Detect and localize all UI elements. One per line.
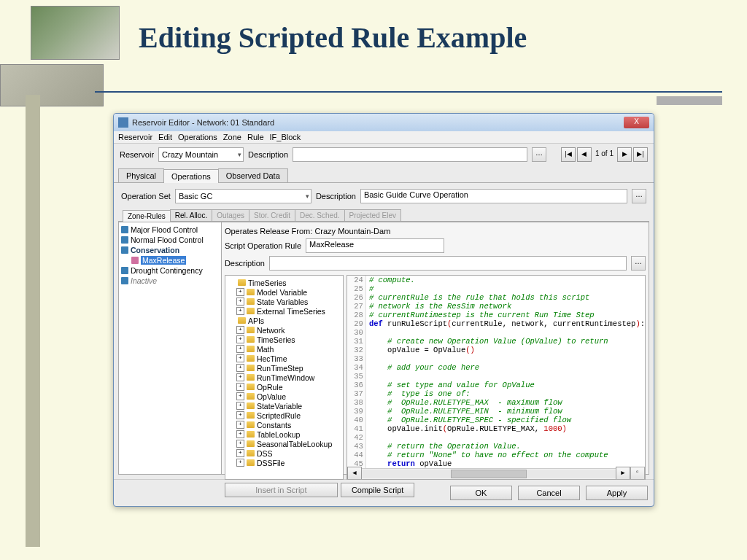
zone-item[interactable]: MaxRelease <box>121 255 219 265</box>
code-line[interactable]: 38 # OpRule.RULETYPE_MAX - maximum flow <box>347 398 645 407</box>
code-line[interactable]: 43 # return the Operation Value. <box>347 442 645 451</box>
expand-icon[interactable]: + <box>236 364 244 372</box>
api-item[interactable]: +TableLookup <box>228 429 341 439</box>
scroll-right[interactable]: ▶ <box>616 467 630 480</box>
menu-edit[interactable]: Edit <box>158 133 172 141</box>
subtab-stor-credit[interactable]: Stor. Credit <box>249 209 295 221</box>
expand-icon[interactable]: + <box>236 383 244 391</box>
ok-button[interactable]: OK <box>450 486 512 500</box>
description-field[interactable] <box>293 147 527 162</box>
code-line[interactable]: 39 # OpRule.RULETYPE_MIN - minimum flow <box>347 407 645 416</box>
code-line[interactable]: 40 # OpRule.RULETYPE_SPEC - specified fl… <box>347 416 645 424</box>
menu-operations[interactable]: Operations <box>178 133 217 141</box>
api-item[interactable]: +RunTimeWindow <box>228 373 341 382</box>
code-line[interactable]: 31 # create new Operation Value (OpValue… <box>347 337 645 346</box>
api-item[interactable]: +DSSFile <box>228 458 341 467</box>
api-item[interactable]: +RunTimeStep <box>228 363 341 373</box>
expand-icon[interactable]: + <box>236 335 244 343</box>
expand-icon[interactable]: + <box>236 354 244 362</box>
titlebar[interactable]: Reservoir Editor - Network: 01 Standard … <box>114 114 654 131</box>
scroll-thumb[interactable] <box>451 470 527 478</box>
expand-icon[interactable]: + <box>236 307 244 315</box>
menu-zone[interactable]: Zone <box>223 133 241 141</box>
api-item[interactable]: APIs <box>228 316 341 325</box>
api-item[interactable]: +SeasonalTableLookup <box>228 439 341 448</box>
subtab-outages[interactable]: Outages <box>212 209 249 221</box>
code-line[interactable]: 42 <box>347 433 645 442</box>
api-item[interactable]: +OpValue <box>228 392 341 401</box>
scroll-left[interactable]: ◀ <box>347 467 362 480</box>
expand-icon[interactable]: + <box>236 411 244 419</box>
api-item[interactable]: +OpRule <box>228 382 341 392</box>
code-line[interactable]: 37 # type is one of: <box>347 389 645 398</box>
code-line[interactable]: 35 <box>347 372 645 381</box>
horizontal-scrollbar[interactable]: ◀▶▫ <box>347 468 645 479</box>
zone-item[interactable]: Major Flood Control <box>121 225 219 235</box>
nav-next[interactable]: ▶ <box>617 147 632 162</box>
cancel-button[interactable]: Cancel <box>518 486 580 500</box>
script-rule-field[interactable]: MaxRelease <box>306 238 444 253</box>
api-item[interactable]: +Network <box>228 325 341 335</box>
zones-tree[interactable]: Major Flood ControlNormal Flood ControlC… <box>119 222 222 474</box>
code-line[interactable]: 33 <box>347 354 645 363</box>
api-item[interactable]: TimeSeries <box>228 278 341 287</box>
expand-icon[interactable]: + <box>236 326 244 334</box>
api-item[interactable]: +ScriptedRule <box>228 411 341 420</box>
code-line[interactable]: 34 # add your code here <box>347 363 645 372</box>
opset-combo[interactable]: Basic GC <box>175 189 311 203</box>
apply-button[interactable]: Apply <box>586 486 648 500</box>
code-line[interactable]: 29def runRuleScript(currentRule, network… <box>347 319 645 328</box>
tab-operations[interactable]: Operations <box>163 169 219 183</box>
expand-icon[interactable]: + <box>236 392 244 400</box>
opset-desc-field[interactable]: Basic Guide Curve Operation <box>360 189 627 203</box>
subtab-zone-rules[interactable]: Zone-Rules <box>123 210 171 222</box>
subtab-dec-sched[interactable]: Dec. Sched. <box>295 209 344 221</box>
api-item[interactable]: +TimeSeries <box>228 335 341 344</box>
expand-icon[interactable]: + <box>236 345 244 353</box>
opset-desc-browse[interactable]: … <box>632 189 646 203</box>
api-item[interactable]: +HecTime <box>228 354 341 363</box>
zone-item[interactable]: Drought Contingency <box>121 265 219 276</box>
expand-icon[interactable]: + <box>236 402 244 410</box>
subtab-rel-alloc[interactable]: Rel. Alloc. <box>170 209 212 221</box>
expand-icon[interactable]: + <box>236 421 244 429</box>
subtab-projected-elev[interactable]: Projected Elev <box>344 209 401 221</box>
menu-ifblock[interactable]: IF_Block <box>270 133 301 141</box>
api-item[interactable]: +Model Variable <box>228 287 341 297</box>
api-item[interactable]: +State Variables <box>228 297 341 306</box>
expand-icon[interactable]: + <box>236 288 244 296</box>
code-line[interactable]: 24# compute. <box>347 276 645 284</box>
insert-script-button[interactable]: Insert in Script <box>225 483 338 497</box>
expand-icon[interactable]: + <box>236 440 244 448</box>
rule-desc-browse[interactable]: … <box>631 256 646 271</box>
code-editor[interactable]: 24# compute.25#26# currentRule is the ru… <box>347 275 646 480</box>
menu-reservoir[interactable]: Reservoir <box>118 133 152 141</box>
code-line[interactable]: 28# currentRuntimestep is the current Ru… <box>347 311 645 319</box>
compile-script-button[interactable]: Compile Script <box>341 483 415 497</box>
nav-first[interactable]: |◀ <box>561 147 576 162</box>
code-line[interactable]: 25# <box>347 284 645 293</box>
code-line[interactable]: 36 # set type and value for OpValue <box>347 381 645 389</box>
close-button[interactable]: X <box>624 117 649 128</box>
menu-rule[interactable]: Rule <box>247 133 264 141</box>
nav-last[interactable]: ▶| <box>633 147 648 162</box>
expand-icon[interactable]: + <box>236 459 244 467</box>
expand-icon[interactable]: + <box>236 298 244 306</box>
code-line[interactable]: 41 opValue.init(OpRule.RULETYPE_MAX, 100… <box>347 424 645 433</box>
zone-item[interactable]: Conservation <box>121 245 219 255</box>
zone-item[interactable]: Inactive <box>121 276 219 286</box>
nav-prev[interactable]: ◀ <box>577 147 592 162</box>
api-item[interactable]: +Constants <box>228 420 341 429</box>
description-browse[interactable]: … <box>532 147 546 162</box>
code-line[interactable]: 26# currentRule is the rule that holds t… <box>347 293 645 302</box>
reservoir-combo[interactable]: Crazy Mountain <box>158 147 244 162</box>
expand-icon[interactable]: + <box>236 373 244 381</box>
code-line[interactable]: 44 # return "None" to have no effect on … <box>347 451 645 459</box>
api-item[interactable]: +StateVariable <box>228 401 341 411</box>
expand-icon[interactable]: + <box>236 449 244 457</box>
code-line[interactable]: 45 return opValue <box>347 459 645 468</box>
api-item[interactable]: +Math <box>228 344 341 354</box>
expand-icon[interactable]: + <box>236 430 244 438</box>
rule-desc-field[interactable] <box>269 256 627 271</box>
tab-physical[interactable]: Physical <box>118 168 164 182</box>
